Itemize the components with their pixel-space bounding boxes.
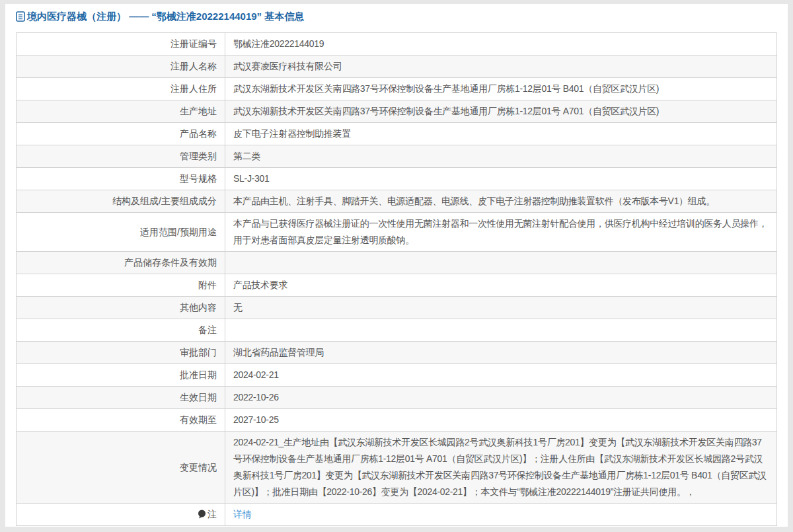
row-label-text: 注册证编号 — [170, 38, 217, 49]
row-value-text: 本产品由主机、注射手具、脚踏开关、电源适配器、电源线、皮下电子注射器控制助推装置… — [233, 196, 715, 206]
row-value-text: 2024-02-21 — [233, 369, 279, 380]
table-row: 生产地址武汉东湖新技术开发区关南四路37号环保控制设备生产基地通用厂房栋1-12… — [17, 100, 777, 123]
row-label-text: 产品储存条件及有效期 — [124, 257, 217, 268]
table-row: 结构及组成/主要组成成分本产品由主机、注射手具、脚踏开关、电源适配器、电源线、皮… — [17, 190, 777, 213]
table-row: 审批部门湖北省药品监督管理局 — [17, 342, 777, 364]
comment-icon — [198, 508, 206, 517]
row-value-text: 鄂械注准20222144019 — [233, 38, 324, 49]
row-label: 结构及组成/主要组成成分 — [17, 190, 225, 213]
row-label-text: 注 — [208, 509, 217, 519]
row-label: 注 — [17, 504, 225, 526]
row-value-text: 无 — [233, 302, 243, 313]
row-value: 武汉东湖新技术开发区关南四路37号环保控制设备生产基地通用厂房栋1-12层01号… — [225, 100, 777, 123]
page-title: 境内医疗器械（注册） —— “鄂械注准20222144019” 基本信息 — [27, 10, 304, 23]
row-value: 本产品由主机、注射手具、脚踏开关、电源适配器、电源线、皮下电子注射器控制助推装置… — [225, 190, 777, 213]
row-value: SL-J-301 — [225, 168, 777, 190]
row-value-text: 湖北省药品监督管理局 — [233, 347, 324, 358]
row-label: 变更情况 — [17, 432, 225, 504]
row-label: 生产地址 — [17, 100, 225, 123]
row-label: 注册人名称 — [17, 56, 225, 78]
row-value — [225, 319, 777, 342]
row-label: 其他内容 — [17, 297, 225, 319]
row-label-text: 生效日期 — [180, 392, 217, 402]
table-row: 注册证编号鄂械注准20222144019 — [17, 33, 777, 56]
page-header: 境内医疗器械（注册） —— “鄂械注准20222144019” 基本信息 — [5, 4, 788, 23]
row-label: 备注 — [17, 319, 225, 342]
row-label-text: 注册人住所 — [170, 83, 217, 94]
row-value: 本产品与已获得医疗器械注册证的一次性使用无菌注射器和一次性使用无菌注射针配合使用… — [225, 213, 777, 252]
row-label-text: 注册人名称 — [170, 61, 217, 71]
info-table: 注册证编号鄂械注准20222144019注册人名称武汉赛凌医疗科技有限公司注册人… — [16, 32, 777, 526]
table-row: 备注 — [17, 319, 777, 342]
row-label-text: 其他内容 — [180, 302, 217, 313]
table-row: 产品储存条件及有效期 — [17, 252, 777, 274]
row-label: 附件 — [17, 274, 225, 297]
row-value: 湖北省药品监督管理局 — [225, 342, 777, 364]
row-value-text: 产品技术要求 — [233, 280, 287, 290]
table-row: 产品名称皮下电子注射器控制助推装置 — [17, 123, 777, 145]
row-label: 产品名称 — [17, 123, 225, 145]
row-label: 生效日期 — [17, 387, 225, 409]
table-row: 适用范围/预期用途本产品与已获得医疗器械注册证的一次性使用无菌注射器和一次性使用… — [17, 213, 777, 252]
row-value: 武汉赛凌医疗科技有限公司 — [225, 56, 777, 78]
row-label-text: 有效期至 — [180, 414, 217, 425]
table-row: 变更情况2024-02-21_生产地址由【武汉东湖新技术开发区长城园路2号武汉奥… — [17, 432, 777, 504]
row-value-text: 第二类 — [233, 151, 260, 161]
row-label-text: 型号规格 — [180, 173, 217, 184]
table-row: 注册人名称武汉赛凌医疗科技有限公司 — [17, 56, 777, 78]
row-label: 型号规格 — [17, 168, 225, 190]
row-value-text: 2024-02-21_生产地址由【武汉东湖新技术开发区长城园路2号武汉奥新科技1… — [233, 437, 767, 497]
row-label-text: 管理类别 — [180, 151, 217, 161]
row-label: 有效期至 — [17, 409, 225, 432]
row-value: 2027-10-25 — [225, 409, 777, 432]
row-value: 武汉东湖新技术开发区关南四路37号环保控制设备生产基地通用厂房栋1-12层01号… — [225, 78, 777, 100]
table-row: 批准日期2024-02-21 — [17, 364, 777, 387]
table-row: 注详情 — [17, 504, 777, 526]
row-label: 产品储存条件及有效期 — [17, 252, 225, 274]
table-row: 型号规格SL-J-301 — [17, 168, 777, 190]
row-value-text: 本产品与已获得医疗器械注册证的一次性使用无菌注射器和一次性使用无菌注射针配合使用… — [233, 218, 767, 245]
table-row: 管理类别第二类 — [17, 145, 777, 168]
row-label: 管理类别 — [17, 145, 225, 168]
row-value-text: SL-J-301 — [233, 173, 269, 184]
table-row: 生效日期2022-10-26 — [17, 387, 777, 409]
row-value — [225, 252, 777, 274]
row-label-text: 附件 — [198, 280, 217, 290]
table-row: 附件产品技术要求 — [17, 274, 777, 297]
detail-link[interactable]: 详情 — [233, 509, 251, 519]
table-row: 注册人住所武汉东湖新技术开发区关南四路37号环保控制设备生产基地通用厂房栋1-1… — [17, 78, 777, 100]
row-value-text: 武汉赛凌医疗科技有限公司 — [233, 61, 342, 71]
row-value: 鄂械注准20222144019 — [225, 33, 777, 56]
row-label-text: 产品名称 — [180, 128, 217, 139]
row-value: 第二类 — [225, 145, 777, 168]
row-value-text: 2022-10-26 — [233, 392, 279, 402]
row-value: 2024-02-21_生产地址由【武汉东湖新技术开发区长城园路2号武汉奥新科技1… — [225, 432, 777, 504]
row-label-text: 变更情况 — [180, 462, 217, 473]
row-value: 无 — [225, 297, 777, 319]
row-value: 2022-10-26 — [225, 387, 777, 409]
content-panel: 境内医疗器械（注册） —— “鄂械注准20222144019” 基本信息 注册证… — [5, 4, 788, 527]
row-label: 注册人住所 — [17, 78, 225, 100]
row-value: 皮下电子注射器控制助推装置 — [225, 123, 777, 145]
row-value-text: 皮下电子注射器控制助推装置 — [233, 128, 351, 139]
row-label: 适用范围/预期用途 — [17, 213, 225, 252]
row-label-text: 审批部门 — [180, 347, 217, 358]
row-value: 2024-02-21 — [225, 364, 777, 387]
row-value-text: 2027-10-25 — [233, 414, 279, 425]
row-value-text: 武汉东湖新技术开发区关南四路37号环保控制设备生产基地通用厂房栋1-12层01号… — [233, 106, 659, 116]
row-value: 详情 — [225, 504, 777, 526]
row-label-text: 生产地址 — [180, 106, 217, 116]
row-label: 注册证编号 — [17, 33, 225, 56]
row-value: 产品技术要求 — [225, 274, 777, 297]
row-label-text: 备注 — [198, 324, 217, 335]
table-row: 有效期至2027-10-25 — [17, 409, 777, 432]
row-label: 批准日期 — [17, 364, 225, 387]
row-value-text: 武汉东湖新技术开发区关南四路37号环保控制设备生产基地通用厂房栋1-12层01号… — [233, 83, 659, 94]
row-label-text: 批准日期 — [180, 369, 217, 380]
table-row: 其他内容无 — [17, 297, 777, 319]
row-label-text: 结构及组成/主要组成成分 — [112, 196, 217, 206]
row-label-text: 适用范围/预期用途 — [140, 227, 217, 237]
document-icon — [16, 11, 25, 22]
row-label: 审批部门 — [17, 342, 225, 364]
